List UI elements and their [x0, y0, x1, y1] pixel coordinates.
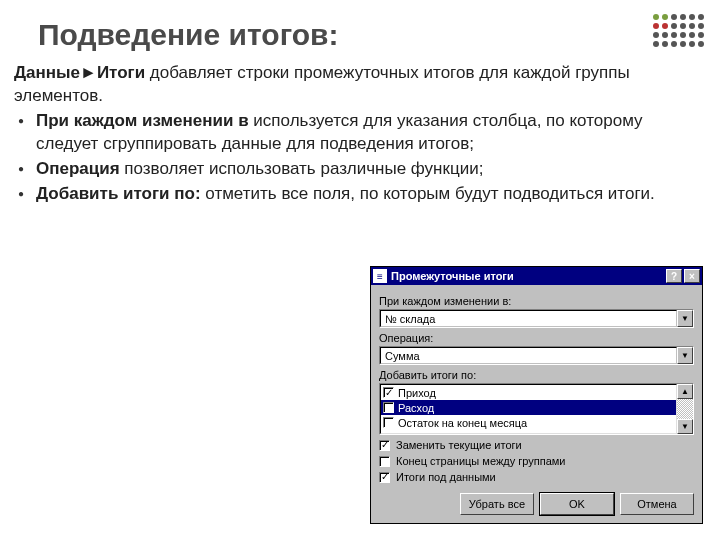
remove-all-button[interactable]: Убрать все [460, 493, 534, 515]
scroll-up-icon[interactable]: ▲ [677, 384, 693, 399]
opt-pagebreak[interactable]: Конец страницы между группами [379, 455, 694, 467]
list-item-label: Остаток на конец месяца [398, 417, 527, 429]
opt-replace-label: Заменить текущие итоги [396, 439, 522, 451]
opt-replace[interactable]: ✓ Заменить текущие итоги [379, 439, 694, 451]
intro-bold: Данные►Итоги [14, 63, 145, 82]
list-item[interactable]: ✓Расход [381, 400, 676, 415]
intro-paragraph: Данные►Итоги добавляет строки промежуточ… [14, 62, 698, 108]
opt-below[interactable]: ✓ Итоги под данными [379, 471, 694, 483]
group-by-value: № склада [380, 310, 677, 327]
list-item-label: Приход [398, 387, 436, 399]
checkbox-icon[interactable] [383, 417, 394, 428]
scroll-down-icon[interactable]: ▼ [677, 419, 693, 434]
scroll-track[interactable] [677, 399, 693, 419]
bullet-item: Операция позволяет использовать различны… [14, 158, 698, 181]
checkbox-icon[interactable]: ✓ [379, 472, 390, 483]
opt-below-label: Итоги под данными [396, 471, 496, 483]
operation-value: Сумма [380, 347, 677, 364]
bullet-list: При каждом изменении в используется для … [14, 110, 698, 206]
checkbox-icon[interactable]: ✓ [383, 402, 394, 413]
ok-button[interactable]: OK [540, 493, 614, 515]
add-totals-label: Добавить итоги по: [379, 369, 694, 381]
decor-dots [653, 14, 704, 47]
slide-content: Данные►Итоги добавляет строки промежуточ… [0, 52, 720, 206]
slide-title: Подведение итогов: [0, 0, 720, 52]
help-button[interactable]: ? [666, 269, 682, 283]
bullet-item: При каждом изменении в используется для … [14, 110, 698, 156]
checkbox-icon[interactable]: ✓ [383, 387, 394, 398]
list-item-label: Расход [398, 402, 434, 414]
group-by-label: При каждом изменении в: [379, 295, 694, 307]
fields-listbox[interactable]: ✓Приход✓РасходОстаток на конец месяца ▲ … [379, 383, 694, 435]
subtotals-dialog: ≡ Промежуточные итоги ? × При каждом изм… [370, 266, 703, 524]
scrollbar[interactable]: ▲ ▼ [677, 384, 693, 434]
operation-label: Операция: [379, 332, 694, 344]
app-icon: ≡ [373, 269, 387, 283]
dialog-titlebar[interactable]: ≡ Промежуточные итоги ? × [371, 267, 702, 285]
opt-pagebreak-label: Конец страницы между группами [396, 455, 565, 467]
dialog-title: Промежуточные итоги [391, 270, 664, 282]
list-item[interactable]: Остаток на конец месяца [381, 415, 676, 430]
button-row: Убрать все OK Отмена [379, 493, 694, 515]
checkbox-icon[interactable] [379, 456, 390, 467]
cancel-button[interactable]: Отмена [620, 493, 694, 515]
fields-list-inner: ✓Приход✓РасходОстаток на конец месяца [380, 384, 677, 434]
operation-combo[interactable]: Сумма [379, 346, 694, 365]
chevron-down-icon[interactable] [677, 347, 693, 364]
group-by-combo[interactable]: № склада [379, 309, 694, 328]
close-button[interactable]: × [684, 269, 700, 283]
list-item[interactable]: ✓Приход [381, 385, 676, 400]
bullet-item: Добавить итоги по: отметить все поля, по… [14, 183, 698, 206]
chevron-down-icon[interactable] [677, 310, 693, 327]
checkbox-icon[interactable]: ✓ [379, 440, 390, 451]
dialog-body: При каждом изменении в: № склада Операци… [371, 285, 702, 523]
